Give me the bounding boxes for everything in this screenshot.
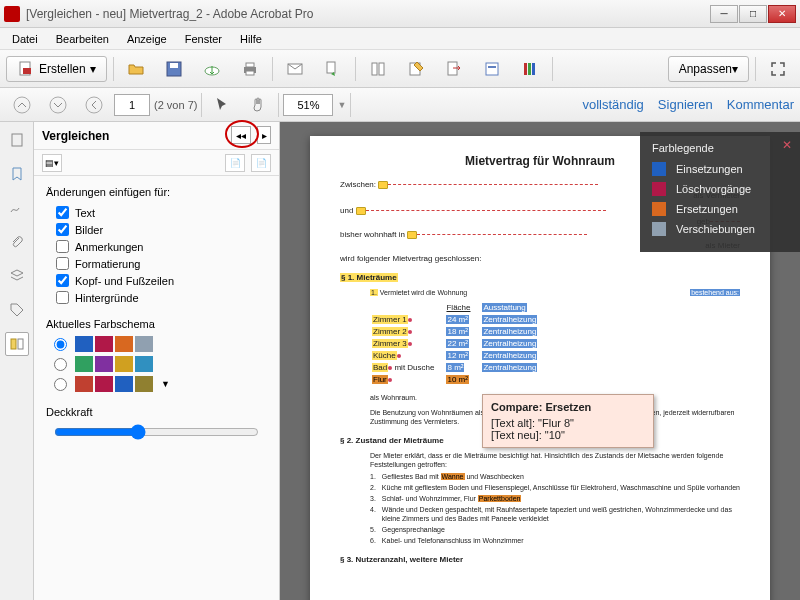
select-tool[interactable] [206, 92, 238, 118]
maximize-button[interactable]: □ [739, 5, 767, 23]
rail-layers[interactable] [5, 264, 29, 288]
zoom-input[interactable] [283, 94, 333, 116]
bookmark-icon [9, 166, 25, 182]
legend-title: Farblegende [652, 142, 788, 154]
rainbow-button[interactable] [514, 56, 546, 82]
rail-signatures[interactable] [5, 196, 29, 220]
comment-icon[interactable] [407, 231, 417, 239]
nav-toolbar: (2 von 7) ▼ vollständig Signieren Kommen… [0, 88, 800, 122]
chk-anmerkungen[interactable]: Anmerkungen [56, 240, 267, 253]
form-button[interactable] [476, 56, 508, 82]
link-signieren[interactable]: Signieren [658, 97, 713, 112]
rail-thumbnails[interactable] [5, 128, 29, 152]
cursor-icon [213, 96, 231, 114]
insert-for-label: Änderungen einfügen für: [46, 186, 267, 198]
page-number-input[interactable] [114, 94, 150, 116]
menubar: Datei Bearbeiten Anzeige Fenster Hilfe [0, 28, 800, 50]
chk-bilder[interactable]: Bilder [56, 223, 267, 236]
link-vollstaendig[interactable]: vollständig [582, 97, 643, 112]
old-doc-button[interactable]: 📄 [225, 154, 245, 172]
tag-icon [9, 302, 25, 318]
menu-anzeige[interactable]: Anzeige [119, 31, 175, 47]
chk-formatierung[interactable]: Formatierung [56, 257, 267, 270]
window-title: [Vergleichen - neu] Mietvertrag_2 - Adob… [26, 7, 710, 21]
arrow-left-icon [85, 96, 103, 114]
svg-point-19 [14, 97, 30, 113]
edit-text-button[interactable] [400, 56, 432, 82]
svg-rect-15 [488, 66, 496, 68]
open-button[interactable] [120, 56, 152, 82]
minimize-button[interactable]: ─ [710, 5, 738, 23]
menu-datei[interactable]: Datei [4, 31, 46, 47]
svg-point-21 [86, 97, 102, 113]
legend-sw-insert [652, 162, 666, 176]
page-down-button[interactable] [42, 92, 74, 118]
form-icon [483, 60, 501, 78]
svg-rect-7 [246, 71, 254, 75]
customize-button[interactable]: Anpassen ▾ [668, 56, 749, 82]
compare-tooltip: Compare: Ersetzen [Text alt]: "Flur 8" [… [482, 394, 654, 448]
comment-icon[interactable] [378, 181, 388, 189]
svg-rect-11 [379, 63, 384, 75]
save-button[interactable] [158, 56, 190, 82]
svg-point-20 [50, 97, 66, 113]
chk-kopf[interactable]: Kopf- und Fußzeilen [56, 274, 267, 287]
opacity-slider[interactable] [54, 424, 259, 440]
svg-rect-24 [18, 339, 23, 349]
panel-title: Vergleichen [42, 129, 109, 143]
farbschema-label: Aktuelles Farbschema [46, 318, 267, 330]
hand-icon [249, 96, 267, 114]
chk-text[interactable]: Text [56, 206, 267, 219]
rooms-table: FlächeAusstattung Zimmer 124 m²Zentralhe… [370, 301, 549, 387]
convert-icon [324, 60, 342, 78]
create-pdf-icon [17, 60, 35, 78]
comment-icon[interactable] [356, 207, 366, 215]
rail-attachments[interactable] [5, 230, 29, 254]
arrow-up-icon [13, 96, 31, 114]
chk-hintergruende[interactable]: Hintergründe [56, 291, 267, 304]
svg-rect-9 [327, 62, 335, 73]
rail-bookmarks[interactable] [5, 162, 29, 186]
link-kommentar[interactable]: Kommentar [727, 97, 794, 112]
layers-icon [9, 268, 25, 284]
email-button[interactable] [279, 56, 311, 82]
rail-tags[interactable] [5, 298, 29, 322]
compare-panel: Vergleichen ◂◂ ▸ ▤▾ 📄 📄 Änderungen einfü… [34, 122, 280, 600]
options-menu[interactable]: ▤▾ [42, 154, 62, 172]
new-doc-button[interactable]: 📄 [251, 154, 271, 172]
svg-rect-17 [528, 63, 531, 75]
svg-rect-22 [12, 134, 22, 146]
menu-hilfe[interactable]: Hilfe [232, 31, 270, 47]
scheme-row-3[interactable]: ▼ [54, 376, 267, 392]
arrow-down-icon [49, 96, 67, 114]
menu-bearbeiten[interactable]: Bearbeiten [48, 31, 117, 47]
signature-icon [9, 200, 25, 216]
legend-sw-replace [652, 202, 666, 216]
pages-button[interactable] [362, 56, 394, 82]
page-extract-button[interactable] [438, 56, 470, 82]
svg-rect-10 [372, 63, 377, 75]
svg-rect-14 [486, 63, 498, 75]
create-button[interactable]: Erstellen▾ [6, 56, 107, 82]
page-up-button[interactable] [6, 92, 38, 118]
multimedia-icon [521, 60, 539, 78]
scheme-row-1[interactable] [54, 336, 267, 352]
deckkraft-label: Deckkraft [46, 406, 267, 418]
prev-view-button[interactable] [78, 92, 110, 118]
next-change-button[interactable]: ▸ [257, 126, 271, 144]
svg-rect-3 [170, 63, 178, 68]
svg-rect-18 [532, 63, 535, 75]
envelope-icon [286, 60, 304, 78]
cloud-icon [203, 60, 221, 78]
scheme-row-2[interactable] [54, 356, 267, 372]
hand-tool[interactable] [242, 92, 274, 118]
cloud-button[interactable] [196, 56, 228, 82]
legend-close-button[interactable]: ✕ [782, 138, 792, 152]
close-button[interactable]: ✕ [768, 5, 796, 23]
first-change-button[interactable]: ◂◂ [231, 126, 251, 144]
print-button[interactable] [234, 56, 266, 82]
rail-compare[interactable] [5, 332, 29, 356]
convert-button[interactable] [317, 56, 349, 82]
fullscreen-button[interactable] [762, 56, 794, 82]
menu-fenster[interactable]: Fenster [177, 31, 230, 47]
